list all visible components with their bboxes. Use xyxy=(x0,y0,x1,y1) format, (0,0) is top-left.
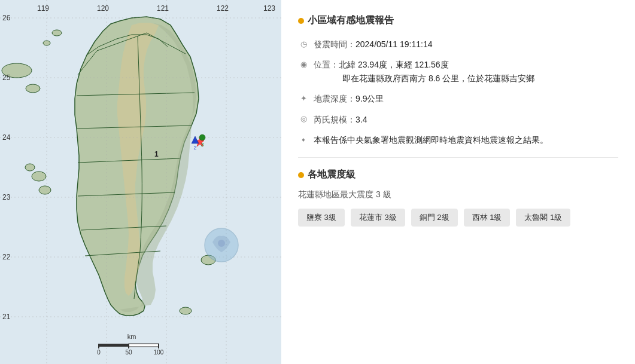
depth-label: 地震深度： xyxy=(314,94,356,103)
location-row: ◉ 位置：北緯 23.94度，東經 121.56度 即在花蓮縣政府西南方 8.6… xyxy=(298,58,618,85)
svg-point-13 xyxy=(39,186,51,194)
svg-text:100: 100 xyxy=(154,349,164,356)
magnitude-content: 芮氏規模：3.4 xyxy=(314,113,618,126)
intensity-badge: 西林 1級 xyxy=(464,209,511,227)
intensity-badge: 銅門 2級 xyxy=(411,209,458,227)
orange-dot-icon xyxy=(298,18,304,24)
svg-text:24: 24 xyxy=(2,133,11,142)
location-line2: 即在花蓮縣政府西南方 8.6 公里，位於花蓮縣吉安鄉 xyxy=(342,74,534,83)
time-label: 發震時間： xyxy=(314,39,356,49)
intensity-badge: 花蓮市 3級 xyxy=(351,209,405,227)
time-value: 2024/05/11 19:11:14 xyxy=(356,39,432,49)
intensity-badge: 鹽寮 3級 xyxy=(298,209,345,227)
note-icon: ⬧ xyxy=(298,134,309,145)
magnitude-row: ◎ 芮氏規模：3.4 xyxy=(298,113,618,126)
svg-text:25: 25 xyxy=(2,74,11,82)
svg-point-57 xyxy=(218,240,225,247)
divider xyxy=(298,157,618,158)
intensity-title-text: 各地震度級 xyxy=(308,169,356,181)
time-row: ◷ 發震時間：2024/05/11 19:11:14 xyxy=(298,38,618,51)
svg-text:km: km xyxy=(127,333,136,340)
depth-value: 9.9公里 xyxy=(356,94,384,103)
report-title-row: 小區域有感地震報告 xyxy=(298,14,618,27)
orange-dot2-icon xyxy=(298,172,304,178)
magnitude-value: 3.4 xyxy=(356,115,367,124)
intensity-title-row: 各地震度級 xyxy=(298,169,618,181)
taiwan-map: 119 120 121 122 123 26 25 24 23 22 21 xyxy=(0,0,281,364)
note-text: 本報告係中央氣象署地震觀測網即時地震資料地震速報之結果。 xyxy=(314,135,548,145)
svg-text:119: 119 xyxy=(37,4,49,13)
svg-text:2: 2 xyxy=(193,145,196,151)
svg-point-12 xyxy=(25,164,35,171)
map-container: 119 120 121 122 123 26 25 24 23 22 21 xyxy=(0,0,281,364)
svg-text:120: 120 xyxy=(97,4,109,13)
intensity-badge: 太魯閣 1級 xyxy=(516,209,570,227)
svg-text:3: 3 xyxy=(200,142,203,148)
svg-text:50: 50 xyxy=(125,349,132,356)
report-title: 小區域有感地震報告 xyxy=(308,14,394,27)
location-icon: ◉ xyxy=(298,59,309,69)
depth-icon: ✦ xyxy=(298,93,309,103)
svg-point-18 xyxy=(52,30,62,36)
location-label: 位置： xyxy=(314,60,339,69)
note-content: 本報告係中央氣象署地震觀測網即時地震資料地震速報之結果。 xyxy=(314,133,618,146)
info-section: 小區域有感地震報告 ◷ 發震時間：2024/05/11 19:11:14 ◉ 位… xyxy=(281,0,635,364)
svg-point-45 xyxy=(199,134,205,140)
time-content: 發震時間：2024/05/11 19:11:14 xyxy=(314,38,618,51)
svg-point-15 xyxy=(180,307,192,314)
svg-point-11 xyxy=(32,172,46,181)
map-section: 119 120 121 122 123 26 25 24 23 22 21 xyxy=(0,0,281,364)
location-content: 位置：北緯 23.94度，東經 121.56度 即在花蓮縣政府西南方 8.6 公… xyxy=(314,58,618,85)
svg-rect-48 xyxy=(99,344,129,347)
depth-content: 地震深度：9.9公里 xyxy=(314,92,618,105)
max-intensity-text: 花蓮縣地區最大震度 3 級 xyxy=(298,189,618,200)
svg-text:0: 0 xyxy=(97,349,101,356)
note-row: ⬧ 本報告係中央氣象署地震觀測網即時地震資料地震速報之結果。 xyxy=(298,133,618,146)
clock-icon: ◷ xyxy=(298,38,309,49)
svg-text:21: 21 xyxy=(2,313,11,321)
svg-text:1: 1 xyxy=(154,150,159,158)
intensity-badges-container: 鹽寮 3級花蓮市 3級銅門 2級西林 1級太魯閣 1級 xyxy=(298,209,618,227)
svg-text:23: 23 xyxy=(2,193,11,201)
svg-text:122: 122 xyxy=(217,4,229,13)
svg-text:123: 123 xyxy=(263,4,275,13)
location-line1: 北緯 23.94度，東經 121.56度 xyxy=(339,60,449,69)
svg-point-17 xyxy=(26,84,40,93)
svg-rect-49 xyxy=(129,344,159,347)
depth-row: ✦ 地震深度：9.9公里 xyxy=(298,92,618,105)
svg-text:22: 22 xyxy=(2,253,11,261)
app-container: 119 120 121 122 123 26 25 24 23 22 21 xyxy=(0,0,635,364)
svg-text:26: 26 xyxy=(2,14,11,22)
svg-text:121: 121 xyxy=(157,4,169,13)
magnitude-icon: ◎ xyxy=(298,114,309,124)
magnitude-label: 芮氏規模： xyxy=(314,115,356,124)
